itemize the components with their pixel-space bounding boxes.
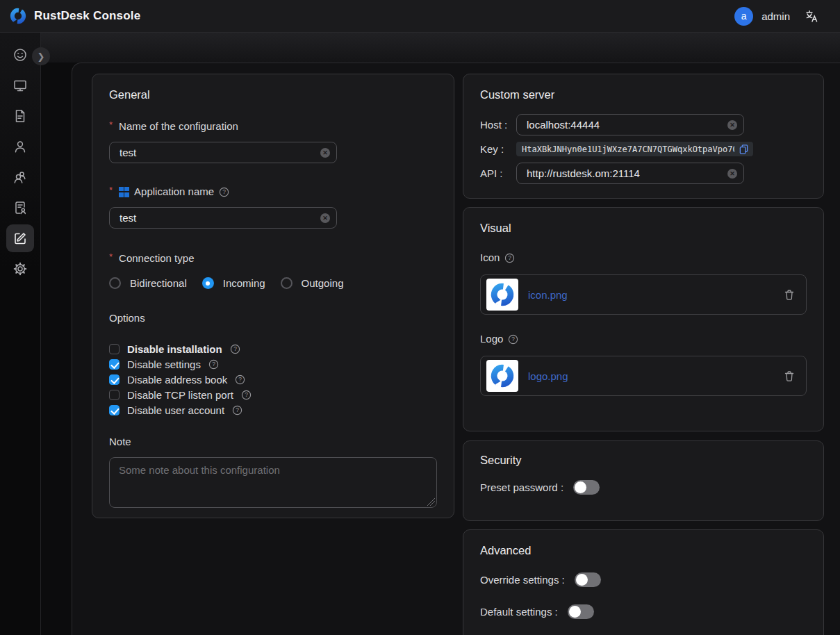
- key-label: Key :: [480, 143, 516, 155]
- checkbox: [109, 359, 120, 370]
- checkbox: [109, 390, 120, 400]
- icon-upload-item: icon.png: [480, 274, 807, 315]
- svg-text:?: ?: [222, 188, 226, 195]
- sidebar-item-custom-client[interactable]: [6, 224, 34, 252]
- key-value-chip: HtaXBkJNHyn0e1U1jWXze7A7CN7QTGWqxkOtpaVp…: [516, 142, 753, 156]
- translate-icon[interactable]: [802, 7, 821, 25]
- radio-incoming[interactable]: Incoming: [202, 277, 265, 289]
- host-input[interactable]: [527, 119, 727, 131]
- checkbox-disable-installation[interactable]: Disable installation ?: [109, 341, 437, 356]
- content-sheet: General * Name of the configuration ✕ * …: [72, 63, 840, 635]
- preset-password-toggle[interactable]: [573, 480, 600, 495]
- icon-upload-label: Icon ?: [480, 251, 807, 264]
- checkbox-disable-address-book[interactable]: Disable address book ?: [109, 372, 437, 387]
- clear-icon[interactable]: ✕: [320, 148, 330, 158]
- trash-icon[interactable]: [784, 289, 795, 301]
- security-card: Security Preset password :: [463, 440, 824, 521]
- help-icon[interactable]: ?: [219, 187, 229, 197]
- radio-outgoing[interactable]: Outgoing: [281, 277, 344, 289]
- help-icon[interactable]: ?: [241, 390, 252, 400]
- connection-type-group: Bidirectional Incoming Outgoing: [109, 277, 437, 289]
- checkbox-disable-settings[interactable]: Disable settings ?: [109, 356, 437, 372]
- checkbox-disable-tcp-listen-port[interactable]: Disable TCP listen port ?: [109, 387, 437, 402]
- app-title: RustDesk Console: [34, 9, 140, 23]
- advanced-title: Advanced: [480, 543, 807, 558]
- app-header: RustDesk Console a admin: [0, 0, 840, 33]
- help-icon[interactable]: ?: [504, 253, 515, 263]
- key-value: HtaXBkJNHyn0e1U1jWXze7A7CN7QTGWqxkOtpaVp…: [522, 145, 734, 154]
- sidebar-item-users[interactable]: [6, 133, 34, 160]
- checkbox-disable-user-account[interactable]: Disable user account ?: [109, 402, 437, 418]
- host-field: ✕: [516, 114, 744, 135]
- clear-icon[interactable]: ✕: [727, 169, 737, 179]
- document-icon: [13, 108, 28, 124]
- help-icon[interactable]: ?: [235, 374, 245, 385]
- help-icon[interactable]: ?: [230, 344, 240, 354]
- sidebar-item-devices[interactable]: [6, 72, 34, 99]
- sidebar-item-logs[interactable]: [6, 102, 34, 130]
- icon-thumbnail: [486, 279, 518, 311]
- config-name-input[interactable]: [120, 147, 320, 158]
- svg-text:?: ?: [512, 336, 516, 343]
- edit-square-icon: [13, 231, 28, 246]
- sidebar-item-dashboard[interactable]: [6, 41, 34, 69]
- logo-file-link[interactable]: logo.png: [528, 370, 568, 382]
- general-card: General * Name of the configuration ✕ * …: [92, 74, 454, 518]
- security-title: Security: [480, 452, 807, 468]
- host-label: Host :: [480, 119, 516, 131]
- checkbox: [109, 344, 120, 354]
- rustdesk-logo-icon: [9, 7, 27, 25]
- advanced-card: Advanced Override settings : Default set…: [463, 529, 824, 635]
- svg-text:?: ?: [509, 254, 512, 261]
- clear-icon[interactable]: ✕: [727, 120, 737, 130]
- brand: RustDesk Console: [0, 7, 140, 25]
- sidebar: [0, 33, 41, 635]
- checkbox: [109, 405, 120, 415]
- app-name-field: ✕: [109, 207, 337, 229]
- sidebar-collapse-button[interactable]: ❯: [32, 47, 50, 65]
- gear-icon: [13, 261, 28, 277]
- api-field: ✕: [516, 163, 744, 184]
- app-name-input[interactable]: [120, 212, 320, 224]
- visual-card: Visual Icon ? icon.png Logo ?: [463, 207, 824, 431]
- copy-icon[interactable]: [739, 144, 749, 154]
- icon-file-link[interactable]: icon.png: [528, 289, 568, 301]
- radio-bidirectional[interactable]: Bidirectional: [109, 277, 187, 289]
- help-icon[interactable]: ?: [508, 334, 518, 345]
- note-textarea[interactable]: [109, 457, 437, 508]
- radio-dot: [202, 277, 214, 289]
- config-name-field: ✕: [109, 142, 337, 163]
- app-name-label: * Application name ?: [109, 185, 437, 198]
- radio-dot: [281, 277, 293, 289]
- user-icon: [13, 139, 28, 154]
- default-settings-toggle[interactable]: [568, 604, 594, 619]
- users-group-icon: [13, 170, 28, 185]
- options-label: Options: [109, 312, 437, 324]
- override-settings-toggle[interactable]: [575, 572, 601, 587]
- visual-title: Visual: [480, 220, 807, 236]
- svg-text:?: ?: [238, 376, 242, 383]
- account-menu[interactable]: a admin: [734, 7, 790, 26]
- monitor-icon: [13, 78, 28, 93]
- sidebar-item-groups[interactable]: [6, 163, 34, 191]
- trash-icon[interactable]: [784, 370, 795, 382]
- sidebar-item-settings[interactable]: [6, 255, 34, 283]
- help-icon[interactable]: ?: [208, 359, 219, 370]
- windows-logo-icon: [119, 187, 129, 197]
- smiley-icon: [13, 47, 28, 63]
- svg-text:?: ?: [233, 345, 237, 352]
- clear-icon[interactable]: ✕: [320, 213, 330, 223]
- custom-server-card: Custom server Host : ✕ Key : HtaXBkJNHyn…: [463, 74, 824, 199]
- toolbar-band: [41, 33, 840, 63]
- svg-text:?: ?: [236, 406, 239, 413]
- help-icon[interactable]: ?: [232, 405, 242, 415]
- checkbox: [109, 374, 120, 385]
- general-title: General: [109, 87, 437, 102]
- default-settings-label: Default settings :: [480, 606, 558, 618]
- logo-upload-label: Logo ?: [480, 333, 807, 345]
- logo-thumbnail: [486, 360, 518, 392]
- svg-text:?: ?: [212, 361, 215, 368]
- sidebar-item-audit[interactable]: [6, 194, 34, 222]
- api-input[interactable]: [527, 167, 727, 179]
- avatar[interactable]: a: [734, 7, 753, 26]
